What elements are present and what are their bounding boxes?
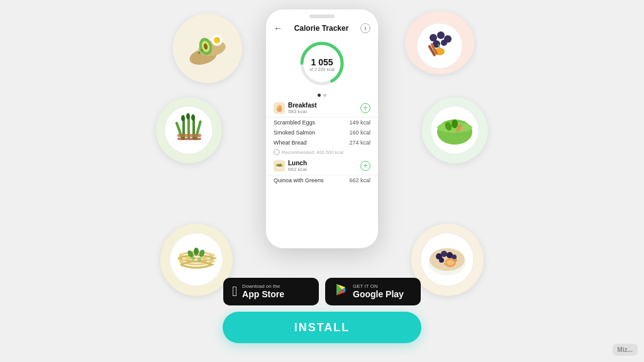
phone-notch xyxy=(309,14,335,18)
app-store-bottom-text: App Store xyxy=(242,289,284,300)
svg-point-13 xyxy=(437,31,445,39)
breakfast-add-button[interactable]: + xyxy=(360,103,370,113)
food-circle-toast xyxy=(173,14,242,83)
food-section: 🥚 Breakfast 583 kcal + Scrambled Eggs 14… xyxy=(266,99,378,248)
store-buttons:  Download on the App Store GET IT ON Go… xyxy=(223,278,421,305)
breakfast-name: Breakfast xyxy=(288,102,317,109)
svg-point-38 xyxy=(452,119,458,128)
svg-point-30 xyxy=(191,114,195,121)
lunch-kcal: 662 kcal xyxy=(288,167,307,172)
svg-point-9 xyxy=(201,49,203,52)
food-circle-smoothie xyxy=(422,97,488,163)
food-circle-fruit xyxy=(405,11,474,74)
food-item-smoked-salmon: Smoked Salmon 160 kcal xyxy=(266,128,378,138)
svg-point-54 xyxy=(441,251,447,257)
watermark: Miz... xyxy=(613,344,638,356)
breakfast-kcal: 583 kcal xyxy=(288,109,317,114)
svg-point-40 xyxy=(460,127,464,131)
svg-point-48 xyxy=(197,258,201,261)
google-play-icon xyxy=(334,283,348,300)
google-play-bottom-text: Google Play xyxy=(353,289,404,300)
svg-rect-31 xyxy=(177,134,201,137)
lunch-header: 🥗 Lunch 662 kcal + xyxy=(266,157,378,175)
calorie-total: of 2 200 kcal xyxy=(309,67,335,72)
svg-point-29 xyxy=(186,113,190,119)
svg-point-7 xyxy=(214,37,220,43)
apple-icon:  xyxy=(232,283,237,300)
calorie-center: 1 055 of 2 200 kcal xyxy=(309,58,335,72)
dot-1 xyxy=(318,94,321,97)
carousel-dots xyxy=(318,94,326,97)
svg-point-28 xyxy=(181,115,185,121)
svg-point-45 xyxy=(194,248,199,255)
lunch-name: Lunch xyxy=(288,160,307,167)
svg-point-57 xyxy=(439,258,444,263)
food-circle-bowl xyxy=(411,224,484,296)
svg-point-47 xyxy=(191,256,195,260)
install-button[interactable]: INSTALL xyxy=(223,312,421,343)
google-play-top-text: GET IT ON xyxy=(353,284,404,289)
svg-point-59 xyxy=(447,260,454,265)
phone-mockup: ← Calorie Tracker i 1 055 of 2 200 kcal xyxy=(266,9,378,248)
food-item-scrambled-eggs: Scrambled Eggs 149 kcal xyxy=(266,118,378,128)
dot-2 xyxy=(323,94,326,97)
food-circle-pasta xyxy=(160,224,233,296)
calorie-ring-container: 1 055 of 2 200 kcal xyxy=(266,35,378,99)
app-store-button[interactable]:  Download on the App Store xyxy=(223,278,319,305)
bottom-section:  Download on the App Store GET IT ON Go… xyxy=(223,278,421,343)
recommended-label: Recommended: 400-500 kcal xyxy=(266,148,378,157)
app-store-top-text: Download on the xyxy=(242,284,284,289)
breakfast-icon: 🥚 xyxy=(274,102,285,114)
lunch-icon: 🥗 xyxy=(274,160,285,172)
food-circle-asparagus xyxy=(156,97,222,163)
calorie-number: 1 055 xyxy=(309,58,335,67)
svg-rect-32 xyxy=(177,138,201,140)
svg-point-8 xyxy=(198,52,201,54)
svg-point-61 xyxy=(453,259,457,261)
svg-point-16 xyxy=(441,40,447,46)
back-icon[interactable]: ← xyxy=(274,23,282,33)
svg-point-43 xyxy=(170,233,223,286)
info-icon[interactable]: i xyxy=(360,23,370,33)
screen-title: Calorie Tracker xyxy=(294,24,349,33)
install-label: INSTALL xyxy=(294,321,350,334)
google-play-button[interactable]: GET IT ON Google Play xyxy=(325,278,421,305)
food-item-quinoa: Quinoa with Greens 662 kcal xyxy=(266,175,378,185)
svg-point-60 xyxy=(444,263,448,265)
food-item-wheat-bread: Wheat Bread 274 kcal xyxy=(266,138,378,148)
app-header: ← Calorie Tracker i xyxy=(266,21,378,35)
svg-point-41 xyxy=(456,128,460,132)
breakfast-header: 🥚 Breakfast 583 kcal + xyxy=(266,99,378,118)
lunch-add-button[interactable]: + xyxy=(360,161,370,171)
